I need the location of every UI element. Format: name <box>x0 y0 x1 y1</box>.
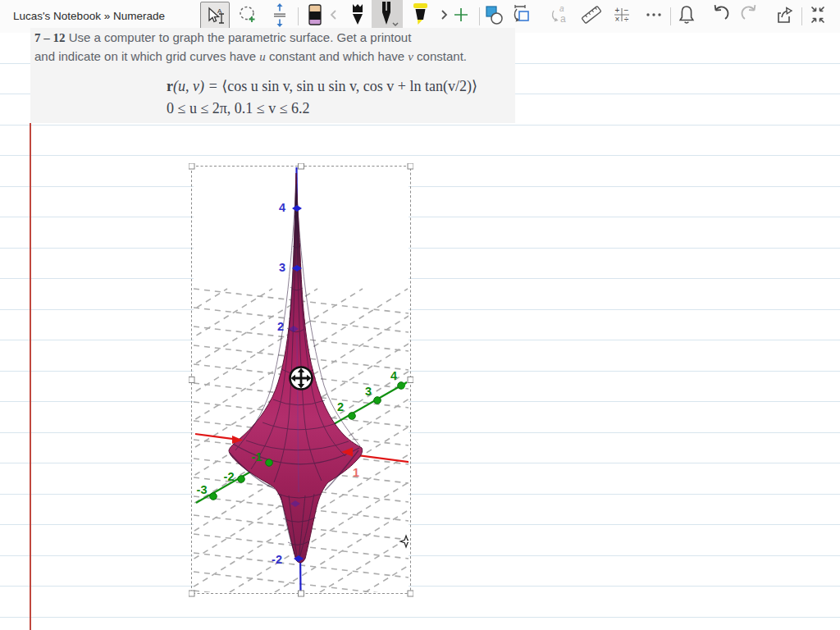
figure-svg: 4 3 2 -2 2 3 4 -1 -2 -3 1 <box>189 163 413 597</box>
problem-line2-a: and indicate on it which grid curves hav… <box>34 49 259 63</box>
problem-statement-block: 7 – 12 Use a computer to graph the param… <box>30 28 515 123</box>
math-icon: + − × ÷ <box>610 0 633 33</box>
graph-image-object[interactable]: 4 3 2 -2 2 3 4 -1 -2 -3 1 <box>189 163 413 597</box>
ink-to-text-button[interactable]: a a <box>547 2 570 31</box>
more-options-button[interactable] <box>642 2 665 31</box>
svg-text:3: 3 <box>365 385 372 398</box>
svg-text:1: 1 <box>353 466 359 479</box>
lasso-select-button[interactable] <box>236 2 259 31</box>
resize-handle-bottom-left[interactable] <box>189 591 194 596</box>
formula-mid: (u, v) = <box>173 78 221 94</box>
problem-line2-b: constant and which have <box>266 49 408 63</box>
var-v: v <box>408 50 413 63</box>
svg-text:−: − <box>624 6 629 15</box>
toolbar-divider <box>479 7 480 25</box>
resize-handle-top-left[interactable] <box>189 163 194 169</box>
svg-text:+: + <box>615 6 620 15</box>
resize-handle-bottom-right[interactable] <box>408 591 413 596</box>
select-type-icon: A <box>203 2 227 30</box>
svg-text:a: a <box>559 4 564 13</box>
problem-line-2: and indicate on it which grid curves hav… <box>34 49 467 64</box>
redo-button[interactable] <box>739 2 762 31</box>
insert-space-button[interactable] <box>268 2 291 31</box>
ruler-button[interactable] <box>580 2 603 31</box>
undo-icon <box>708 0 731 33</box>
undo-button[interactable] <box>708 2 731 31</box>
bell-icon <box>675 0 698 33</box>
ink-to-shape-button[interactable] <box>509 2 532 31</box>
svg-text:-1: -1 <box>252 450 262 463</box>
toolbar-divider <box>298 7 299 25</box>
move-handle-icon[interactable] <box>290 368 313 390</box>
notebook-breadcrumb[interactable]: Lucas's Notebook » Numerade <box>13 10 165 22</box>
problem-line1-text: Use a computer to graph the parametric s… <box>66 30 412 44</box>
math-button[interactable]: + − × ÷ <box>610 2 633 31</box>
margin-line <box>30 123 31 630</box>
svg-text:a: a <box>560 13 566 25</box>
ink-to-text-icon: a a <box>547 0 570 33</box>
pencil-tool-button[interactable] <box>346 2 369 31</box>
svg-text:2: 2 <box>337 400 344 413</box>
svg-text:-2: -2 <box>272 553 282 566</box>
svg-text:2: 2 <box>277 320 284 333</box>
formula-r: r <box>167 78 173 94</box>
svg-text:×: × <box>615 15 620 24</box>
var-u: u <box>259 50 266 63</box>
toolbar-divider <box>801 7 802 25</box>
collapse-ribbon-button[interactable] <box>806 2 829 31</box>
resize-handle-bottom[interactable] <box>299 591 304 596</box>
problem-line2-c: constant. <box>413 49 467 63</box>
problem-line-1: 7 – 12 Use a computer to graph the param… <box>34 30 411 45</box>
svg-text:-2: -2 <box>224 470 235 483</box>
resize-handle-right[interactable] <box>408 377 413 383</box>
formula-line: r(u, v) = ⟨cos u sin v, sin u sin v, cos… <box>167 77 477 95</box>
constraints-line: 0 ≤ u ≤ 2π, 0.1 ≤ v ≤ 6.2 <box>167 100 310 117</box>
resize-handle-top[interactable] <box>299 163 304 169</box>
share-icon <box>772 0 795 33</box>
notifications-button[interactable] <box>675 2 698 31</box>
formula-rhs: ⟨cos u sin v, sin u sin v, cos v + ln ta… <box>221 78 477 94</box>
svg-text:4: 4 <box>390 369 397 382</box>
svg-text:3: 3 <box>279 261 285 274</box>
pen-scroll-left-button[interactable] <box>322 2 345 31</box>
svg-text:-3: -3 <box>197 483 208 496</box>
share-button[interactable] <box>772 2 795 31</box>
shapes-button[interactable] <box>482 2 504 31</box>
problem-number: 7 – 12 <box>34 31 66 44</box>
toolbar-divider <box>670 7 671 25</box>
resize-handle-top-right[interactable] <box>408 163 413 169</box>
svg-text:4: 4 <box>279 201 285 214</box>
collapse-arrows-icon <box>806 0 829 33</box>
redo-icon <box>739 0 762 33</box>
resize-handle-left[interactable] <box>189 377 194 383</box>
highlighter-tool-button[interactable] <box>409 2 431 31</box>
onenote-app: { "window": { "title": "Lucas's Notebook… <box>0 0 840 630</box>
svg-text:÷: ÷ <box>624 15 629 24</box>
ruler-icon <box>580 0 603 33</box>
ellipsis-icon <box>642 0 665 33</box>
select-type-tool-button[interactable]: A <box>200 2 230 31</box>
add-pen-button[interactable] <box>450 2 472 31</box>
